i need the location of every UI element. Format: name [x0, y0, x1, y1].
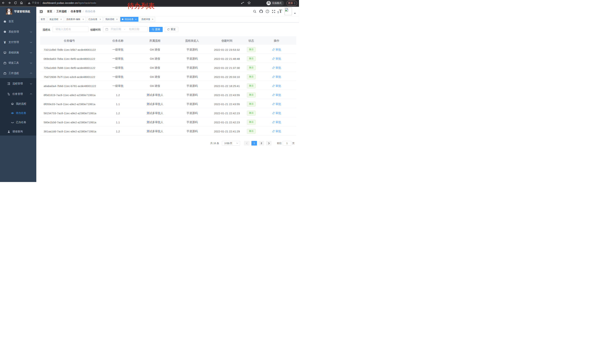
svg-text:?: ?: [267, 10, 268, 12]
